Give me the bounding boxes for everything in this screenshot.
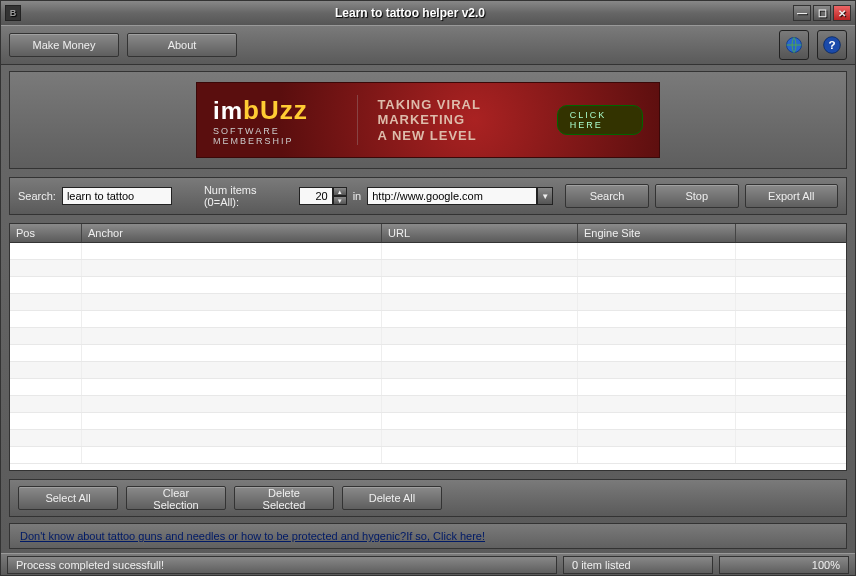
table-row[interactable] [10,396,846,413]
banner-separator [357,95,358,145]
table-row[interactable] [10,379,846,396]
globe-button[interactable] [779,30,809,60]
minimize-button[interactable]: — [793,5,811,21]
status-progress: 100% [719,556,849,574]
table-row[interactable] [10,413,846,430]
table-body[interactable] [10,243,846,470]
col-extra[interactable] [736,224,846,242]
banner-panel: imbUzz SOFTWARE MEMBERSHIP TAKING VIRAL … [9,71,847,169]
action-bar: Select All Clear Selection Delete Select… [9,479,847,517]
status-message: Process completed sucessfull! [7,556,557,574]
banner-left: imbUzz SOFTWARE MEMBERSHIP [213,95,337,146]
banner-logo: imbUzz [213,95,337,126]
col-pos[interactable]: Pos [10,224,82,242]
banner-subtitle: SOFTWARE MEMBERSHIP [213,126,337,146]
window-title: Learn to tattoo helper v2.0 [27,6,793,20]
engine-input[interactable] [367,187,537,205]
col-anchor[interactable]: Anchor [82,224,382,242]
table-row[interactable] [10,260,846,277]
main-toolbar: Make Money About ? [1,25,855,65]
app-icon: B [5,5,21,21]
svg-text:?: ? [828,38,835,51]
search-label: Search: [18,190,56,202]
window-controls: — ☐ ✕ [793,5,851,21]
table-row[interactable] [10,277,846,294]
status-count: 0 item listed [563,556,713,574]
delete-selected-button[interactable]: Delete Selected [234,486,334,510]
search-input[interactable] [62,187,172,205]
search-bar: Search: Num items (0=All): ▲ ▼ in ▼ Sear… [9,177,847,215]
col-url[interactable]: URL [382,224,578,242]
table-row[interactable] [10,243,846,260]
help-button[interactable]: ? [817,30,847,60]
clear-selection-button[interactable]: Clear Selection [126,486,226,510]
table-row[interactable] [10,430,846,447]
make-money-button[interactable]: Make Money [9,33,119,57]
titlebar: B Learn to tattoo helper v2.0 — ☐ ✕ [1,1,855,25]
engine-combo[interactable]: ▼ [367,187,553,205]
delete-all-button[interactable]: Delete All [342,486,442,510]
table-row[interactable] [10,328,846,345]
stop-button[interactable]: Stop [655,184,739,208]
table-row[interactable] [10,294,846,311]
select-all-button[interactable]: Select All [18,486,118,510]
num-items-label: Num items (0=All): [204,184,293,208]
promo-link-bar: Don't know about tattoo guns and needles… [9,523,847,549]
globe-icon [784,35,804,55]
banner-cta-button[interactable]: CLICK HERE [557,105,643,135]
col-engine[interactable]: Engine Site [578,224,736,242]
maximize-button[interactable]: ☐ [813,5,831,21]
in-label: in [353,190,362,202]
status-bar: Process completed sucessfull! 0 item lis… [1,553,855,575]
help-icon: ? [822,35,842,55]
export-all-button[interactable]: Export All [745,184,838,208]
table-header: Pos Anchor URL Engine Site [10,224,846,243]
close-button[interactable]: ✕ [833,5,851,21]
table-row[interactable] [10,345,846,362]
banner-headline: TAKING VIRAL MARKETING A NEW LEVEL [377,97,536,144]
num-items-spinner[interactable]: ▲ ▼ [299,187,347,205]
banner-ad[interactable]: imbUzz SOFTWARE MEMBERSHIP TAKING VIRAL … [196,82,660,158]
spin-up-icon[interactable]: ▲ [333,187,347,196]
promo-link[interactable]: Don't know about tattoo guns and needles… [20,530,485,542]
table-row[interactable] [10,311,846,328]
chevron-down-icon[interactable]: ▼ [537,187,553,205]
search-button[interactable]: Search [565,184,649,208]
results-table: Pos Anchor URL Engine Site [9,223,847,471]
about-button[interactable]: About [127,33,237,57]
table-row[interactable] [10,362,846,379]
table-row[interactable] [10,447,846,464]
spin-down-icon[interactable]: ▼ [333,196,347,205]
app-window: B Learn to tattoo helper v2.0 — ☐ ✕ Make… [0,0,856,576]
num-items-input[interactable] [299,187,333,205]
